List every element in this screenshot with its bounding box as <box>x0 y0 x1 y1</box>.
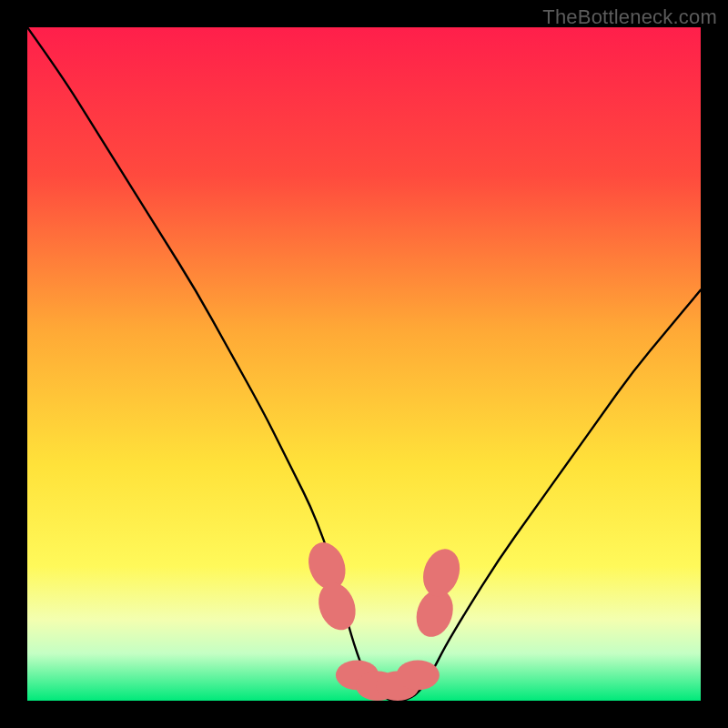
gradient-background <box>27 27 701 701</box>
watermark-text: TheBottleneck.com <box>542 5 717 29</box>
chart-frame: TheBottleneck.com <box>0 0 728 728</box>
bottleneck-chart <box>27 27 701 701</box>
plot-area <box>27 27 701 701</box>
highlight-marker <box>397 661 440 691</box>
